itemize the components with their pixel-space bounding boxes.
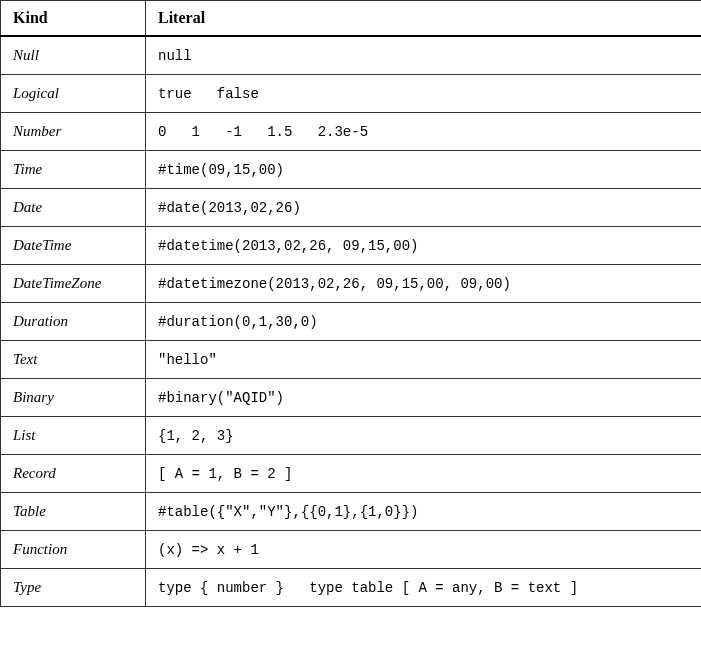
table-row: Table #table({"X","Y"},{{0,1},{1,0}}) xyxy=(1,493,702,531)
header-literal: Literal xyxy=(146,1,702,37)
cell-kind: Record xyxy=(1,455,146,493)
cell-kind: Date xyxy=(1,189,146,227)
table-row: DateTime #datetime(2013,02,26, 09,15,00) xyxy=(1,227,702,265)
cell-kind: List xyxy=(1,417,146,455)
table-row: Null null xyxy=(1,36,702,75)
table-row: Number 0 1 -1 1.5 2.3e-5 xyxy=(1,113,702,151)
kind-literal-table: Kind Literal Null null Logical true fals… xyxy=(0,0,701,607)
table-row: Date #date(2013,02,26) xyxy=(1,189,702,227)
table-row: DateTimeZone #datetimezone(2013,02,26, 0… xyxy=(1,265,702,303)
cell-literal: (x) => x + 1 xyxy=(146,531,702,569)
cell-kind: Null xyxy=(1,36,146,75)
table-row: Time #time(09,15,00) xyxy=(1,151,702,189)
table-row: Logical true false xyxy=(1,75,702,113)
cell-literal: type { number } type table [ A = any, B … xyxy=(146,569,702,607)
table-row: List {1, 2, 3} xyxy=(1,417,702,455)
cell-kind: Type xyxy=(1,569,146,607)
table-row: Duration #duration(0,1,30,0) xyxy=(1,303,702,341)
cell-literal: #datetimezone(2013,02,26, 09,15,00, 09,0… xyxy=(146,265,702,303)
table-header-row: Kind Literal xyxy=(1,1,702,37)
cell-kind: DateTimeZone xyxy=(1,265,146,303)
table-row: Function (x) => x + 1 xyxy=(1,531,702,569)
table-row: Type type { number } type table [ A = an… xyxy=(1,569,702,607)
cell-kind: Duration xyxy=(1,303,146,341)
header-kind: Kind xyxy=(1,1,146,37)
cell-kind: Function xyxy=(1,531,146,569)
cell-literal: [ A = 1, B = 2 ] xyxy=(146,455,702,493)
cell-literal: 0 1 -1 1.5 2.3e-5 xyxy=(146,113,702,151)
cell-kind: Binary xyxy=(1,379,146,417)
cell-kind: Text xyxy=(1,341,146,379)
cell-literal: {1, 2, 3} xyxy=(146,417,702,455)
cell-literal: #table({"X","Y"},{{0,1},{1,0}}) xyxy=(146,493,702,531)
cell-kind: Time xyxy=(1,151,146,189)
cell-literal: null xyxy=(146,36,702,75)
cell-kind: Table xyxy=(1,493,146,531)
cell-kind: Number xyxy=(1,113,146,151)
cell-literal: "hello" xyxy=(146,341,702,379)
cell-kind: Logical xyxy=(1,75,146,113)
cell-literal: #duration(0,1,30,0) xyxy=(146,303,702,341)
table-row: Text "hello" xyxy=(1,341,702,379)
cell-literal: #time(09,15,00) xyxy=(146,151,702,189)
cell-literal: #binary("AQID") xyxy=(146,379,702,417)
cell-literal: #date(2013,02,26) xyxy=(146,189,702,227)
table-row: Binary #binary("AQID") xyxy=(1,379,702,417)
table-row: Record [ A = 1, B = 2 ] xyxy=(1,455,702,493)
cell-literal: #datetime(2013,02,26, 09,15,00) xyxy=(146,227,702,265)
cell-kind: DateTime xyxy=(1,227,146,265)
cell-literal: true false xyxy=(146,75,702,113)
